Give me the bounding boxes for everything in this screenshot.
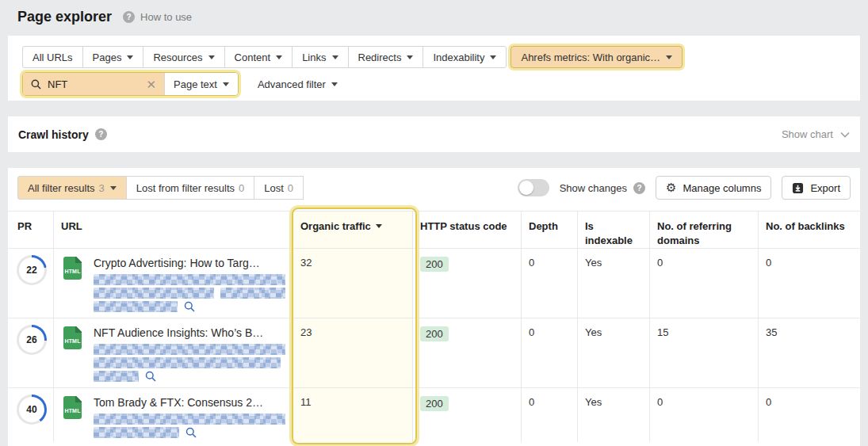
search-scope-dropdown[interactable]: Page text <box>164 73 238 95</box>
crawl-history-title: Crawl history <box>18 128 89 141</box>
filter-resources[interactable]: Resources <box>143 46 224 68</box>
col-header-url[interactable]: URL <box>54 212 293 249</box>
html-file-icon: HTML <box>63 326 82 349</box>
table-cell-ref-domains: 15 <box>650 318 759 388</box>
tab-lost[interactable]: Lost 0 <box>254 176 304 200</box>
help-icon: ? <box>95 128 107 140</box>
table-cell-backlinks: 0 <box>759 388 860 442</box>
chevron-down-icon <box>110 186 117 190</box>
table-row-pr: 26 <box>8 318 54 388</box>
filter-redirects[interactable]: Redirects <box>348 46 424 68</box>
crawl-history-panel: Crawl history ? Show chart <box>8 116 860 152</box>
chevron-down-icon <box>223 82 229 86</box>
table-row-url: HTML NFT Audience Insights: Who’s B… <box>54 318 293 388</box>
inspect-url-icon[interactable] <box>185 427 197 438</box>
blurred-url <box>94 427 285 438</box>
table-cell-http-status: 200 <box>413 318 522 388</box>
inspect-url-icon[interactable] <box>145 371 156 382</box>
html-file-icon: HTML <box>63 257 82 280</box>
show-chart-toggle[interactable]: Show chart <box>782 128 850 140</box>
col-header-indexable[interactable]: Is indexable page <box>578 212 650 249</box>
table-row-url: HTML Crypto Advertising: How to Targ… <box>54 249 293 318</box>
page-rating-badge: 26 <box>17 325 47 355</box>
page-title-link[interactable]: Crypto Advertising: How to Targ… <box>94 257 285 269</box>
page-title-link[interactable]: NFT Audience Insights: Who’s B… <box>94 326 285 339</box>
search-input[interactable]: NFT ✕ <box>23 73 164 95</box>
table-cell-depth: 0 <box>522 318 578 388</box>
gear-icon: ⚙ <box>666 182 676 194</box>
chevron-down-icon <box>208 55 215 59</box>
blurred-url <box>94 274 285 285</box>
status-badge: 200 <box>420 396 449 411</box>
search-group: NFT ✕ Page text <box>22 72 239 96</box>
export-button[interactable]: Export <box>782 176 851 200</box>
chevron-down-icon <box>331 82 338 86</box>
col-header-http-status[interactable]: HTTP status code <box>413 212 522 249</box>
blurred-url <box>94 371 285 382</box>
show-changes-toggle[interactable] <box>518 179 549 196</box>
table-cell-backlinks: 35 <box>759 318 860 388</box>
table-cell-depth: 0 <box>522 388 578 442</box>
chevron-down-icon <box>332 55 338 59</box>
table-cell-indexable: Yes <box>578 388 650 442</box>
blurred-url <box>94 357 285 368</box>
advanced-filter-dropdown[interactable]: Advanced filter <box>258 78 338 90</box>
chevron-down-icon <box>407 55 413 59</box>
toggle-knob <box>519 181 533 195</box>
col-header-pr[interactable]: PR <box>8 212 54 249</box>
col-header-backlinks[interactable]: No. of backlinks <box>759 212 860 249</box>
sort-desc-icon <box>376 224 382 228</box>
toolbar-right: Show changes ? ⚙ Manage columns Export <box>518 176 851 200</box>
table-row-pr: 40 <box>8 388 54 442</box>
results-table: PR URL Organic traffic HTTP status code … <box>8 211 860 442</box>
filter-ahrefs-metrics[interactable]: Ahrefs metrics: With organic… <box>510 46 683 68</box>
page-explorer-app: Page explorer ? How to use All URLs Page… <box>0 0 868 446</box>
page-title-link[interactable]: Tom Brady & FTX: Consensus 2… <box>94 396 285 409</box>
results-panel: All filter results 3 Lost from filter re… <box>8 168 860 446</box>
help-icon: ? <box>633 182 645 194</box>
chevron-down-icon <box>666 55 672 59</box>
manage-columns-button[interactable]: ⚙ Manage columns <box>656 176 771 200</box>
col-header-organic-traffic[interactable]: Organic traffic <box>293 212 413 249</box>
html-file-icon: HTML <box>63 396 82 419</box>
tab-all-filter-results[interactable]: All filter results 3 <box>17 176 127 200</box>
chevron-down-icon <box>840 132 850 138</box>
table-cell-ref-domains: 0 <box>650 249 759 318</box>
filter-indexability[interactable]: Indexability <box>423 46 507 68</box>
blurred-url <box>94 414 285 425</box>
search-icon <box>31 79 41 90</box>
how-to-use-link[interactable]: ? How to use <box>123 11 192 23</box>
page-rating-badge: 40 <box>17 395 47 425</box>
search-row: NFT ✕ Page text Advanced filter <box>22 72 338 96</box>
clear-search-icon[interactable]: ✕ <box>146 78 156 90</box>
table-cell-backlinks: 0 <box>759 249 860 318</box>
tab-count: 0 <box>288 182 293 194</box>
page-rating-badge: 22 <box>17 255 47 285</box>
search-value: NFT <box>48 78 140 90</box>
table-cell-http-status: 200 <box>413 388 522 442</box>
chevron-down-icon <box>490 55 496 59</box>
table-cell-depth: 0 <box>522 249 578 318</box>
filter-content[interactable]: Content <box>224 46 293 68</box>
filter-links[interactable]: Links <box>292 46 348 68</box>
filter-all-urls[interactable]: All URLs <box>22 46 83 68</box>
table-cell-organic-traffic: 23 <box>293 318 413 388</box>
inspect-url-icon[interactable] <box>184 301 195 312</box>
table-cell-indexable: Yes <box>578 249 650 318</box>
table-cell-organic-traffic: 11 <box>293 388 413 442</box>
chevron-down-icon <box>127 55 133 59</box>
filter-button-group: All URLs Pages Resources Content Links R… <box>22 46 683 68</box>
col-header-depth[interactable]: Depth <box>522 212 578 249</box>
status-badge: 200 <box>420 326 449 341</box>
blurred-url <box>94 344 285 355</box>
table-cell-ref-domains: 0 <box>650 388 759 442</box>
results-toolbar: All filter results 3 Lost from filter re… <box>17 176 851 200</box>
col-header-ref-domains[interactable]: No. of referring domains <box>650 212 759 249</box>
filters-panel: All URLs Pages Resources Content Links R… <box>8 36 860 101</box>
table-row-pr: 22 <box>8 249 54 318</box>
table-cell-indexable: Yes <box>578 318 650 388</box>
chevron-down-icon <box>276 55 282 59</box>
tab-lost-from-filter-results[interactable]: Lost from filter results 0 <box>126 176 255 200</box>
filter-pages[interactable]: Pages <box>82 46 144 68</box>
page-head: Page explorer ? How to use <box>17 9 192 25</box>
